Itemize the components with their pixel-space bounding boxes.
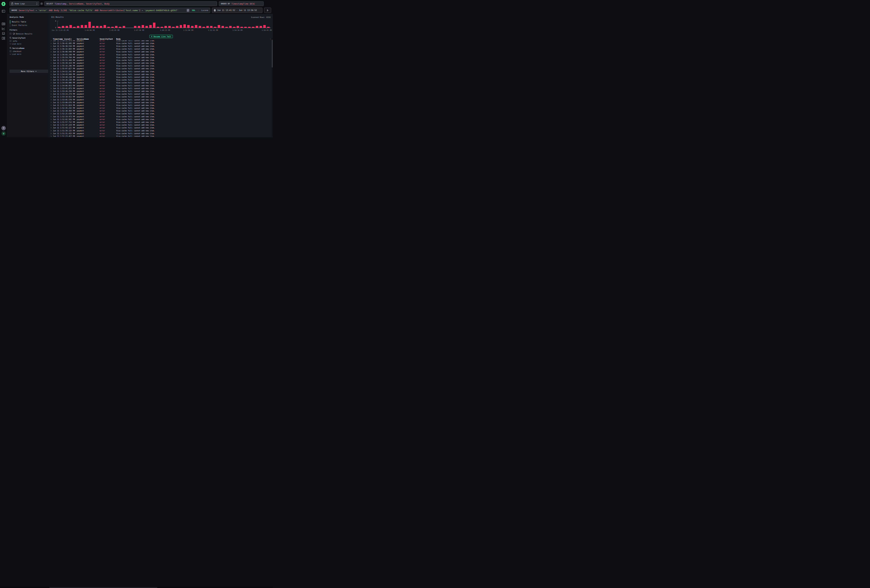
- resume-live-tail-button[interactable]: Resume Live Tail: [149, 35, 173, 38]
- more-filters-button[interactable]: More filters: [10, 70, 48, 73]
- histogram-bar[interactable]: [96, 21, 100, 28]
- histogram-bar[interactable]: [62, 21, 66, 28]
- vertical-scrollbar[interactable]: [272, 38, 273, 137]
- histogram-bar[interactable]: [100, 21, 104, 28]
- histogram-bar[interactable]: [252, 21, 256, 28]
- histogram-bar[interactable]: [138, 21, 142, 28]
- sessions-laptop-icon[interactable]: [2, 32, 5, 34]
- row-expand-icon[interactable]: [51, 110, 53, 112]
- histogram-bar[interactable]: [92, 21, 96, 28]
- histogram-bar[interactable]: [146, 21, 149, 28]
- histogram-bar[interactable]: [85, 21, 88, 28]
- histogram-bar[interactable]: [88, 21, 92, 28]
- app-logo-icon[interactable]: [1, 2, 6, 6]
- log-row[interactable]: Jun 11 1:54:43.948 PMpaymenterrorVisa ca…: [49, 73, 273, 76]
- row-expand-icon[interactable]: [51, 85, 53, 86]
- histogram-bar[interactable]: [119, 21, 123, 28]
- run-query-button[interactable]: [264, 7, 271, 13]
- row-expand-icon[interactable]: [51, 130, 53, 131]
- facet-option-info[interactable]: info: [13, 40, 17, 42]
- log-row[interactable]: Jun 11 1:51:23.457 PMpaymenterrorVisa ca…: [49, 135, 273, 137]
- row-expand-icon[interactable]: [51, 82, 53, 83]
- log-row[interactable]: Jun 11 1:55:51.448 PMpaymenterrorVisa ca…: [49, 59, 273, 62]
- log-row[interactable]: Jun 11 1:55:07.827 PMpaymenterrorVisa ca…: [49, 67, 273, 70]
- histogram-bar[interactable]: [248, 21, 252, 28]
- log-row[interactable]: Jun 11 1:53:24.274 PMpaymenterrorVisa ca…: [49, 93, 273, 95]
- histogram-bar[interactable]: [267, 21, 271, 28]
- histogram-bar[interactable]: [168, 21, 172, 28]
- log-row[interactable]: Jun 11 1:56:51.975 PMpaymenterrorVisa ca…: [49, 40, 273, 42]
- histogram-bar[interactable]: [222, 21, 225, 28]
- row-expand-icon[interactable]: [51, 40, 53, 42]
- facet-option-checkout[interactable]: checkout: [13, 50, 22, 52]
- log-row[interactable]: Jun 11 1:52:30.469 PMpaymenterrorVisa ca…: [49, 110, 273, 112]
- histogram-bar[interactable]: [130, 21, 134, 28]
- histogram-bar[interactable]: [195, 21, 199, 28]
- gear-icon[interactable]: [40, 2, 43, 5]
- histogram-bar[interactable]: [153, 21, 157, 28]
- log-row[interactable]: Jun 11 1:52:25.630 PMpaymenterrorVisa ca…: [49, 112, 273, 115]
- log-row[interactable]: Jun 11 1:54:09.906 PMpaymenterrorVisa ca…: [49, 82, 273, 84]
- log-row[interactable]: Jun 11 1:54:52.241 PMpaymenterrorVisa ca…: [49, 70, 273, 73]
- load-more-servicename[interactable]: Load more: [10, 53, 21, 55]
- row-expand-icon[interactable]: [51, 48, 53, 50]
- histogram-bar[interactable]: [172, 21, 176, 28]
- row-expand-icon[interactable]: [51, 99, 53, 101]
- vertical-scrollbar-thumb[interactable]: [272, 40, 273, 67]
- log-row[interactable]: Jun 11 1:55:39.324 PMpaymenterrorVisa ca…: [49, 62, 273, 64]
- results-histogram[interactable]: 8 0 Jun 11 1:41:45 PM1:44:00 PM1:45:45 P…: [49, 20, 273, 32]
- histogram-bar[interactable]: [183, 21, 187, 28]
- row-expand-icon[interactable]: [51, 62, 53, 64]
- log-row[interactable]: Jun 11 1:52:35.232 PMpaymenterrorVisa ca…: [49, 107, 273, 110]
- facet-option-checkbox[interactable]: [10, 40, 12, 42]
- row-expand-icon[interactable]: [51, 54, 53, 55]
- row-expand-icon[interactable]: [51, 135, 53, 137]
- histogram-bar[interactable]: [123, 21, 127, 28]
- row-expand-icon[interactable]: [51, 71, 53, 72]
- row-expand-icon[interactable]: [51, 79, 53, 81]
- log-row[interactable]: Jun 11 1:53:41.873 PMpaymenterrorVisa ca…: [49, 87, 273, 90]
- log-row[interactable]: Jun 11 1:51:31.415 PMpaymenterrorVisa ca…: [49, 132, 273, 135]
- log-row[interactable]: Jun 11 1:55:16.296 PMpaymenterrorVisa ca…: [49, 64, 273, 67]
- row-expand-icon[interactable]: [51, 60, 53, 61]
- histogram-bar[interactable]: [77, 21, 81, 28]
- log-row[interactable]: Jun 11 1:51:47.229 PMpaymenterrorVisa ca…: [49, 124, 273, 127]
- histogram-bar[interactable]: [104, 21, 107, 28]
- row-expand-icon[interactable]: [51, 119, 53, 120]
- histogram-bar[interactable]: [203, 21, 206, 28]
- log-row[interactable]: Jun 11 1:53:05.578 PMpaymenterrorVisa ca…: [49, 98, 273, 101]
- mode-event-patterns[interactable]: Event Patterns: [12, 24, 27, 26]
- row-expand-icon[interactable]: [51, 127, 53, 128]
- histogram-bar[interactable]: [180, 21, 183, 28]
- chart-explorer-icon[interactable]: [2, 27, 5, 30]
- col-resize-handle[interactable]: ⋮: [98, 38, 100, 40]
- col-body[interactable]: Body: [116, 38, 121, 40]
- log-row[interactable]: Jun 11 1:53:10.922 PMpaymenterrorVisa ca…: [49, 95, 273, 98]
- histogram-bar[interactable]: [176, 21, 180, 28]
- row-expand-icon[interactable]: [51, 113, 53, 115]
- select-clause-input[interactable]: SELECT Timestamp, ServiceName, SeverityT…: [45, 1, 217, 6]
- histogram-bar[interactable]: [69, 21, 73, 28]
- histogram-bar[interactable]: [58, 21, 62, 28]
- histogram-bar[interactable]: [256, 21, 259, 28]
- log-row[interactable]: Jun 11 1:54:26.230 PMpaymenterrorVisa ca…: [49, 79, 273, 82]
- log-row[interactable]: Jun 11 1:52:02.581 PMpaymenterrorVisa ca…: [49, 118, 273, 121]
- dashboards-icon[interactable]: [2, 37, 5, 40]
- log-row[interactable]: Jun 11 1:52:19.473 PMpaymenterrorVisa ca…: [49, 115, 273, 118]
- histogram-bar[interactable]: [142, 21, 146, 28]
- log-row[interactable]: Jun 11 1:54:40.218 PMpaymenterrorVisa ca…: [49, 76, 273, 79]
- row-expand-icon[interactable]: [51, 43, 53, 44]
- user-avatar[interactable]: U: [1, 131, 6, 136]
- log-row[interactable]: Jun 11 1:53:26.250 PMpaymenterrorVisa ca…: [49, 90, 273, 92]
- col-timestamp[interactable]: Timestamp (Local): [53, 38, 72, 40]
- histogram-bar[interactable]: [126, 21, 130, 28]
- row-expand-icon[interactable]: [51, 88, 53, 89]
- histogram-bar[interactable]: [229, 21, 233, 28]
- source-select[interactable]: Demo Logs: [10, 1, 39, 6]
- histogram-bar[interactable]: [134, 21, 138, 28]
- row-expand-icon[interactable]: [51, 76, 53, 78]
- histogram-bar[interactable]: [81, 21, 85, 28]
- row-expand-icon[interactable]: [51, 68, 53, 69]
- row-expand-icon[interactable]: [51, 51, 53, 52]
- log-row[interactable]: Jun 11 1:56:03.248 PMpaymenterrorVisa ca…: [49, 53, 273, 56]
